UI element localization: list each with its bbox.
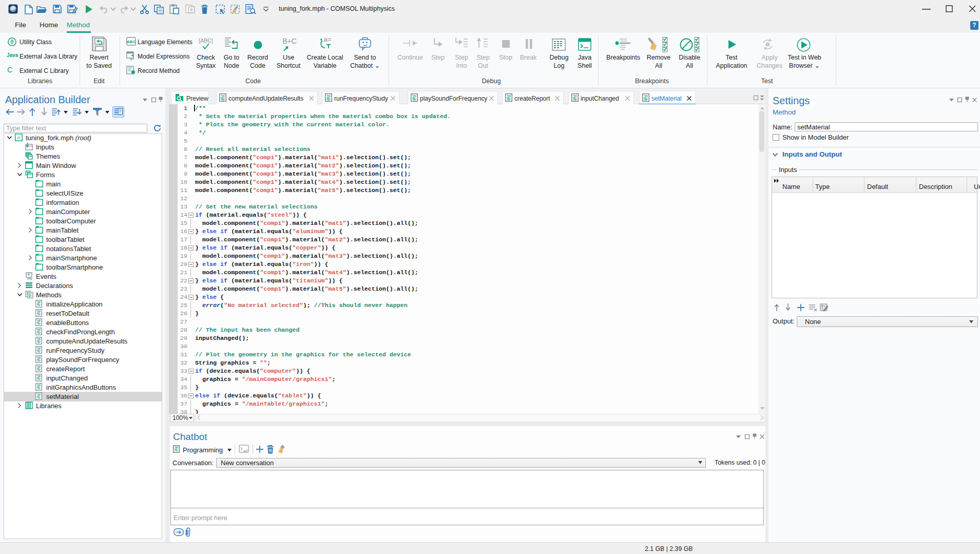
svg-text:ABC: ABC [127,40,136,44]
svg-text:a=: a= [130,56,134,61]
svg-text:A: A [17,135,21,140]
svg-text:[ABC]: [ABC] [199,37,213,44]
svg-text:a=: a= [324,35,332,43]
svg-text:B+C: B+C [282,37,297,45]
